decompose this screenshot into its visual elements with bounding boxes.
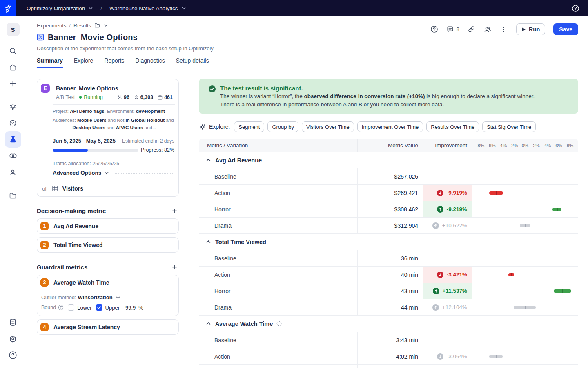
settings-icon[interactable] <box>5 330 21 347</box>
info-icon[interactable] <box>58 305 64 310</box>
chevron-down-icon[interactable] <box>116 295 120 300</box>
create-icon[interactable] <box>5 75 21 92</box>
workspace-avatar[interactable]: S <box>7 23 20 36</box>
audiences-icon[interactable] <box>5 148 21 164</box>
tab-diagnostics[interactable]: Diagnostics <box>135 57 165 68</box>
home-icon[interactable] <box>5 59 21 75</box>
metric-card-4[interactable]: 4 Average Stream Latency <box>37 319 179 335</box>
data-icon[interactable] <box>5 314 21 330</box>
metric-card-3[interactable]: 3 Average Watch Time Outlier method: Win… <box>37 275 179 316</box>
page: Optimizely Organization / Warehouse Nati… <box>0 0 588 368</box>
col-improvement: Improvement <box>423 139 472 152</box>
date-range: Jun 5, 2025 - May 5, 2025 <box>53 138 116 144</box>
metric-card-2[interactable]: 2 Total Time Viewed <box>37 237 179 253</box>
stat-sig-over-time-button[interactable]: Stat Sig Over Time <box>482 121 536 132</box>
results-section: The test result is significant. The winn… <box>199 79 578 368</box>
arrow-up-circle-icon <box>432 304 439 311</box>
comments-button[interactable]: 8 <box>446 25 460 33</box>
advanced-options[interactable]: Advanced Options <box>37 166 178 181</box>
group-by-button[interactable]: Group by <box>267 121 298 132</box>
project-switcher[interactable]: Warehouse Native Analytics <box>109 5 186 11</box>
tab-explore[interactable]: Explore <box>74 57 93 68</box>
org-switcher[interactable]: Optimizely Organization <box>27 5 93 11</box>
experiment-meta: Project: API Demo flags, Environment: de… <box>37 105 178 135</box>
share-link-icon[interactable] <box>468 25 475 33</box>
chevron-down-icon <box>104 171 109 175</box>
chevron-down-icon[interactable] <box>103 23 108 28</box>
tab-summary[interactable]: Summary <box>37 57 63 68</box>
col-metric-value: Metric Value <box>357 139 423 152</box>
bound-value-input[interactable]: 99,9 <box>125 305 136 311</box>
table-row[interactable]: Drama 44 min +12.104% <box>199 299 578 316</box>
optimizely-logo[interactable] <box>0 0 16 16</box>
banner-line-2: There is a real difference in performanc… <box>220 101 535 109</box>
table-row[interactable]: Action 40 min -3.421% <box>199 267 578 283</box>
collaborators-icon[interactable] <box>483 25 492 34</box>
decision-metric-heading: Decision-making metric <box>37 207 106 214</box>
experiment-type-icon <box>37 34 44 41</box>
comments-count: 8 <box>457 26 460 32</box>
tab-reports[interactable]: Reports <box>104 57 124 68</box>
help-icon[interactable] <box>5 347 21 363</box>
experiment-description: Description of the experiment that comes… <box>37 45 588 52</box>
arrow-down-circle-icon <box>437 272 443 278</box>
search-icon[interactable] <box>5 43 21 59</box>
table-row[interactable]: Action $269.421 -9.919% <box>199 185 578 201</box>
run-button[interactable]: Run <box>516 23 545 35</box>
metric-group-header[interactable]: Avg Ad Revenue <box>199 152 578 168</box>
experiments-icon[interactable] <box>5 131 21 148</box>
help-circle-icon[interactable] <box>430 25 438 33</box>
table-grid-icon <box>51 185 59 192</box>
upper-checkbox[interactable] <box>96 304 102 311</box>
gauge-icon[interactable] <box>5 115 21 131</box>
outlier-method-value[interactable]: Winsorization <box>78 294 112 301</box>
lower-checkbox[interactable] <box>68 304 74 311</box>
explore-label: Explore: <box>209 123 230 130</box>
outlier-method-label: Outlier method: <box>41 295 76 301</box>
metric-group-header[interactable]: Average Watch Time <box>199 316 578 332</box>
table-row[interactable]: Baseline 3:43 min <box>199 332 578 348</box>
tab-setup-details[interactable]: Setup details <box>176 57 209 68</box>
metric-number-badge: 4 <box>40 323 49 331</box>
sidebar-divider <box>7 184 19 184</box>
folders-icon[interactable] <box>5 187 21 204</box>
tab-bar: Summary Explore Reports Diagnostics Setu… <box>26 57 588 68</box>
metric-group-header[interactable]: Total Time Viewed <box>199 234 578 250</box>
table-row[interactable]: Drama $312.904 +10.622% <box>199 218 578 234</box>
calendar-icon <box>157 94 163 100</box>
breadcrumb-results[interactable]: Results <box>74 22 91 29</box>
page-title: Banner_Movie Options <box>48 33 138 42</box>
segment-button[interactable]: Segment <box>234 121 264 132</box>
stat-days: 461 <box>157 94 173 100</box>
add-metric-icon[interactable] <box>171 264 178 271</box>
experiment-badge: E <box>41 84 50 93</box>
top-navigation-bar: Optimizely Organization / Warehouse Nati… <box>0 0 588 16</box>
table-row[interactable]: Action 4:02 min -3.064% <box>199 348 578 365</box>
col-metric-variation: Metric / Variation <box>199 139 357 152</box>
table-row[interactable] <box>199 365 578 368</box>
guardrail-metrics-heading: Guardrail metrics <box>37 264 87 271</box>
more-options-icon[interactable] <box>500 26 507 33</box>
metric-denominator-row[interactable]: of Visitors <box>37 181 178 196</box>
arrow-up-circle-icon <box>433 288 439 294</box>
table-row[interactable]: Horror 43 min +11.537% <box>199 283 578 299</box>
profile-icon[interactable] <box>5 164 21 180</box>
folder-icon[interactable] <box>94 22 100 29</box>
play-icon <box>521 27 526 32</box>
table-row[interactable]: Baseline 36 min <box>199 250 578 267</box>
status-dot <box>79 96 82 99</box>
visitors-over-time-button[interactable]: Visitors Over Time <box>302 121 354 132</box>
status-label: Running <box>84 94 103 100</box>
add-metric-icon[interactable] <box>171 207 178 214</box>
table-row[interactable]: Horror $308.462 -9.219% <box>199 201 578 218</box>
save-button[interactable]: Save <box>553 23 578 35</box>
table-row[interactable]: Baseline $257.026 <box>199 168 578 185</box>
ideas-icon[interactable] <box>5 99 21 115</box>
results-over-time-button[interactable]: Results Over Time <box>426 121 479 132</box>
improvement-over-time-button[interactable]: Improvement Over Time <box>357 121 423 132</box>
help-icon[interactable] <box>572 4 579 12</box>
metric-card-1[interactable]: 1 Avg Ad Revenue <box>37 218 179 234</box>
panel-divider <box>190 68 190 368</box>
collapse-icon <box>206 321 211 326</box>
breadcrumb-experiments[interactable]: Experiments <box>37 22 66 29</box>
